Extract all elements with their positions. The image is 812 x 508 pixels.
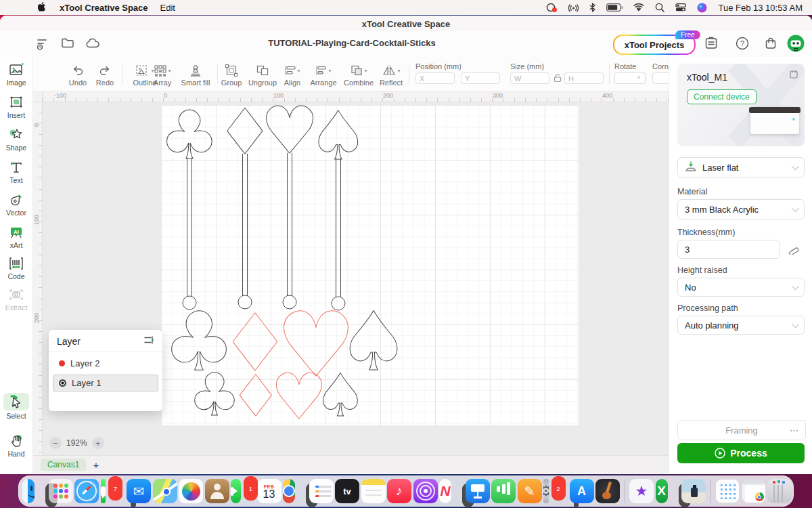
laser-mode-select[interactable]: Laser flat [677, 157, 805, 177]
assistant-robot-icon[interactable] [786, 34, 805, 53]
dock-icon-mail[interactable]: ✉ [127, 479, 151, 503]
menu-edit[interactable]: Edit [160, 3, 175, 13]
smart-fill-button[interactable]: Smart fill [176, 63, 215, 87]
group-button[interactable]: Group [217, 63, 246, 87]
position-x-input[interactable] [415, 72, 455, 84]
height-raised-select[interactable]: No [677, 278, 805, 297]
dock-icon-settings[interactable]: ⚙2 [543, 479, 568, 503]
ungroup-button[interactable]: Ungroup [245, 63, 280, 87]
dock-icon-chrome[interactable] [283, 479, 307, 503]
rotate-input[interactable] [614, 72, 646, 84]
help-icon[interactable]: ? [735, 36, 750, 51]
dock-icon-garageband[interactable] [595, 479, 620, 503]
sidebar-tool-code[interactable]: 1013Code [0, 256, 32, 280]
open-folder-icon[interactable] [61, 37, 74, 49]
material-select[interactable]: 3 mm Black Acrylic [677, 199, 805, 219]
tool-label: Insert [0, 111, 32, 119]
processing-path-select[interactable]: Auto planning [677, 316, 805, 335]
sidebar-tool-image[interactable]: Image [0, 62, 32, 87]
align-button[interactable]: ▾ Align [277, 63, 307, 87]
sidebar-tool-hand[interactable]: Hand [0, 433, 32, 458]
device-image [750, 107, 799, 134]
measure-thickness-button[interactable] [784, 240, 803, 259]
layer-item-1[interactable]: Layer 2 [53, 355, 158, 372]
process-button[interactable]: Process [677, 443, 805, 463]
store-bag-icon[interactable] [763, 36, 778, 51]
spotlight-icon[interactable] [655, 3, 664, 12]
control-center-icon[interactable] [675, 3, 686, 12]
sidebar-tool-insert[interactable]: Insert [0, 95, 32, 119]
thickness-label: Thickness(mm) [677, 228, 735, 237]
dock-icon-news[interactable]: N [439, 479, 464, 503]
image-icon [0, 62, 32, 77]
dock-icon-appletv[interactable]: tv [335, 479, 359, 503]
add-canvas-button[interactable]: + [93, 459, 99, 471]
hotspot-icon[interactable] [568, 3, 579, 12]
work-area[interactable] [161, 105, 579, 425]
layer-item-2[interactable]: Layer 1 [53, 375, 158, 391]
arrange-button[interactable]: ▾ Arrange [306, 63, 341, 87]
reflect-button[interactable]: ▾ Reflect [375, 63, 407, 87]
undo-button[interactable]: Undo [65, 63, 91, 87]
dock-icon-photos[interactable] [179, 479, 203, 503]
framing-more-button[interactable]: ⋯ [790, 425, 799, 436]
device-name: xTool_M1 [687, 72, 727, 83]
dock-icon-music[interactable]: ♪ [387, 479, 411, 503]
dock-icon-xtool[interactable]: X [656, 479, 680, 503]
dock-icon-podcasts[interactable] [413, 479, 438, 503]
device-window-icon[interactable] [790, 69, 798, 81]
dock-icon-messages[interactable]: 7 [101, 479, 125, 503]
dock-icon-keynote[interactable] [466, 479, 490, 503]
menu-app-name[interactable]: xTool Creative Space [60, 3, 148, 13]
dock-icon-maps[interactable] [153, 479, 177, 503]
sidebar-tool-shape[interactable]: Shape [0, 127, 32, 152]
dock-icon-notes[interactable] [361, 479, 386, 503]
layer-settings-icon[interactable] [143, 335, 154, 347]
dock-icon-safari[interactable] [74, 479, 99, 503]
wifi-icon[interactable] [633, 3, 644, 12]
dock-divider [710, 479, 711, 503]
redo-button[interactable]: Redo [92, 63, 118, 87]
bluetooth-icon[interactable] [589, 3, 595, 12]
dock-icon-appstore[interactable]: A [570, 479, 594, 503]
cloud-icon[interactable] [85, 37, 100, 49]
dock-icon-reminders[interactable] [309, 479, 334, 503]
thickness-input[interactable] [677, 240, 780, 259]
width-input[interactable] [510, 72, 549, 84]
news-clipboard-icon[interactable] [704, 36, 719, 51]
combine-button[interactable]: ▾ Combine [340, 63, 378, 87]
battery-icon[interactable] [606, 3, 623, 12]
dock-icon-trash[interactable] [767, 479, 792, 503]
dock-icon-calendar[interactable]: FEB13 [257, 479, 281, 503]
dock-icon-pages[interactable]: ✎ [518, 479, 542, 503]
position-y-input[interactable] [461, 72, 500, 84]
dock-icon-numbers[interactable] [491, 479, 516, 503]
siri-icon[interactable] [697, 3, 707, 13]
dock-icon-facetime[interactable]: 1 [231, 479, 255, 503]
dock-icon-image-file[interactable] [681, 479, 706, 503]
dock-icon-window-browser[interactable] [742, 479, 766, 503]
canvas-tab[interactable]: Canvas1 [41, 459, 86, 471]
lock-ratio-icon[interactable] [554, 73, 562, 85]
project-list-icon[interactable] [37, 38, 50, 50]
sidebar-tool-text[interactable]: Text [0, 160, 32, 184]
framing-button[interactable]: Framing ⋯ [677, 420, 806, 440]
sidebar-tool-xart[interactable]: AIxArt [0, 225, 32, 249]
dock-icon-imovie[interactable]: ★ [629, 479, 654, 503]
dock-icon-launchpad[interactable] [49, 479, 73, 503]
dock-icon-finder[interactable] [22, 479, 47, 503]
menu-clock[interactable]: Tue Feb 13 10:53 AM [718, 3, 803, 13]
sidebar-tool-select[interactable]: Select [0, 393, 32, 420]
apple-menu-icon[interactable] [38, 2, 47, 13]
connect-device-button[interactable]: Connect device [687, 89, 757, 104]
zoom-out-button[interactable]: − [49, 437, 62, 449]
zoom-in-button[interactable]: + [92, 437, 104, 449]
height-input[interactable] [564, 72, 604, 84]
tool-label: xArt [0, 241, 32, 249]
screen-record-icon[interactable] [545, 3, 558, 12]
screen: xTool Creative Space Edit Tue Feb 13 10:… [0, 0, 812, 508]
dock-icon-contacts[interactable] [205, 479, 229, 503]
dock-icon-window-grid[interactable] [715, 479, 740, 503]
sidebar-tool-vector[interactable]: Vector [0, 192, 32, 217]
array-button[interactable]: ▾ Array [146, 63, 179, 87]
